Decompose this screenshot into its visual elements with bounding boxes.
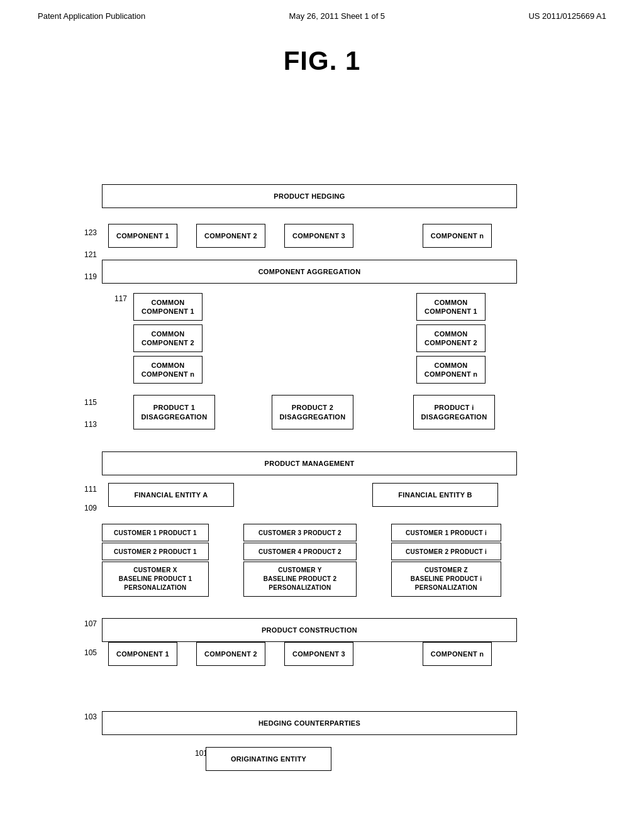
label-109: 109: [84, 504, 97, 512]
cust2-prodi-box: CUSTOMER 2 PRODUCT i: [391, 543, 501, 560]
label-115: 115: [84, 398, 97, 407]
label-105: 105: [84, 648, 97, 657]
financial-entity-a-box: FINANCIAL ENTITY A: [108, 483, 234, 507]
compn-bot-box: COMPONENT n: [423, 642, 492, 666]
custx-base-box: CUSTOMER X BASELINE PRODUCT 1 PERSONALIZ…: [102, 562, 209, 597]
custz-base-box: CUSTOMER Z BASELINE PRODUCT i PERSONALIZ…: [391, 562, 501, 597]
common-comp2-right-box: COMMON COMPONENT 2: [416, 324, 486, 352]
compn-top-box: COMPONENT n: [423, 224, 492, 248]
label-107: 107: [84, 619, 97, 628]
comp2-bot-box: COMPONENT 2: [196, 642, 265, 666]
prodi-disagg-box: PRODUCT i DISAGGREGATION: [413, 395, 495, 429]
comp1-top-box: COMPONENT 1: [108, 224, 177, 248]
comp2-top-box: COMPONENT 2: [196, 224, 265, 248]
patent-header: Patent Application Publication May 26, 2…: [0, 0, 644, 27]
cust2-prod1-box: CUSTOMER 2 PRODUCT 1: [102, 543, 209, 560]
comp1-bot-box: COMPONENT 1: [108, 642, 177, 666]
comp3-bot-box: COMPONENT 3: [284, 642, 353, 666]
fig-label: FIG. 1: [0, 46, 644, 76]
cust1-prodi-box: CUSTOMER 1 PRODUCT i: [391, 524, 501, 541]
label-117: 117: [114, 294, 127, 303]
cust1-prod1-box: CUSTOMER 1 PRODUCT 1: [102, 524, 209, 541]
common-comp2-left-box: COMMON COMPONENT 2: [133, 324, 203, 352]
originating-entity-box: ORIGINATING ENTITY: [206, 747, 331, 771]
prod2-disagg-box: PRODUCT 2 DISAGGREGATION: [272, 395, 353, 429]
label-119: 119: [84, 272, 97, 281]
header-left: Patent Application Publication: [38, 11, 145, 21]
cust4-prod2-box: CUSTOMER 4 PRODUCT 2: [243, 543, 357, 560]
product-management-box: PRODUCT MANAGEMENT: [102, 451, 517, 475]
label-111: 111: [84, 485, 97, 494]
comp3-top-box: COMPONENT 3: [284, 224, 353, 248]
custy-base-box: CUSTOMER Y BASELINE PRODUCT 2 PERSONALIZ…: [243, 562, 357, 597]
common-comp1-right-box: COMMON COMPONENT 1: [416, 293, 486, 321]
cust3-prod2-box: CUSTOMER 3 PRODUCT 2: [243, 524, 357, 541]
prod1-disagg-box: PRODUCT 1 DISAGGREGATION: [133, 395, 215, 429]
label-113: 113: [84, 420, 97, 429]
product-construction-box: PRODUCT CONSTRUCTION: [102, 618, 517, 642]
financial-entity-b-box: FINANCIAL ENTITY B: [372, 483, 498, 507]
label-121: 121: [84, 250, 97, 259]
common-comp1-left-box: COMMON COMPONENT 1: [133, 293, 203, 321]
label-103: 103: [84, 712, 97, 721]
product-hedging-box: PRODUCT HEDGING: [102, 184, 517, 208]
component-aggregation-box: COMPONENT AGGREGATION: [102, 260, 517, 284]
header-right: US 2011/0125669 A1: [528, 11, 606, 21]
common-compn-left-box: COMMON COMPONENT n: [133, 356, 203, 384]
header-middle: May 26, 2011 Sheet 1 of 5: [289, 11, 386, 21]
label-123: 123: [84, 228, 97, 237]
common-compn-right-box: COMMON COMPONENT n: [416, 356, 486, 384]
hedging-counterparties-box: HEDGING COUNTERPARTIES: [102, 711, 517, 735]
